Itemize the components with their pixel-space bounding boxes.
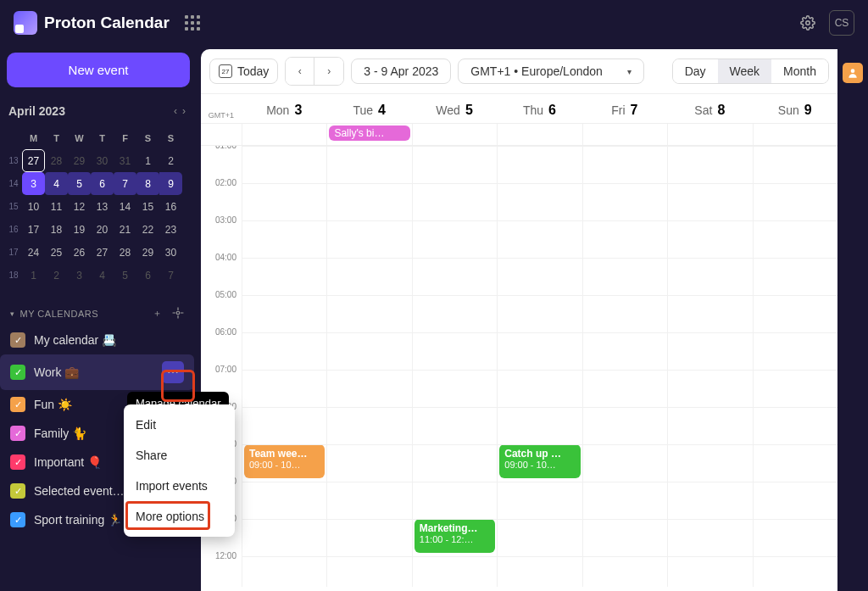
calendars-gear-icon[interactable] <box>172 307 184 321</box>
mini-day[interactable]: 11 <box>45 195 68 218</box>
mini-day[interactable]: 15 <box>136 195 159 218</box>
ctx-share[interactable]: Share <box>124 440 235 471</box>
add-calendar-icon[interactable]: ＋ <box>153 307 163 321</box>
calendar-event[interactable]: Marketing…11:00 - 12:… <box>415 519 495 553</box>
view-day[interactable]: Day <box>673 59 718 83</box>
mini-day[interactable]: 2 <box>159 149 182 172</box>
calendar-event[interactable]: Team wee…09:00 - 10… <box>244 444 325 478</box>
day-header[interactable]: Tue4 <box>326 94 411 123</box>
mini-dow: F <box>114 126 136 149</box>
mini-day[interactable]: 12 <box>68 195 91 218</box>
mini-day[interactable]: 2 <box>45 264 68 287</box>
view-month[interactable]: Month <box>771 59 828 83</box>
calendar-event[interactable]: Catch up …09:00 - 10… <box>499 444 580 478</box>
mini-day[interactable]: 14 <box>114 195 136 218</box>
calendar-checkbox[interactable]: ✓ <box>10 332 25 348</box>
mini-dow: T <box>91 126 114 149</box>
calendar-context-menu: Edit Share Import events More options <box>124 404 235 537</box>
mini-day[interactable]: 16 <box>159 195 182 218</box>
day-header[interactable]: Sun9 <box>753 94 837 123</box>
calendar-checkbox[interactable]: ✓ <box>10 512 25 527</box>
mini-day[interactable]: 13 <box>91 195 114 218</box>
calendar-checkbox[interactable]: ✓ <box>10 397 25 412</box>
calendar-item[interactable]: ✓Work 💼⋯ <box>0 354 194 390</box>
mini-day[interactable]: 19 <box>68 218 91 241</box>
day-header[interactable]: Sat8 <box>667 94 752 123</box>
allday-event[interactable]: Sally's bi… <box>329 125 409 141</box>
mini-next-icon[interactable]: › <box>182 105 186 117</box>
mini-day[interactable]: 10 <box>22 195 45 218</box>
new-event-button[interactable]: New event <box>7 53 190 87</box>
mini-day[interactable]: 1 <box>136 149 159 172</box>
mini-day[interactable]: 31 <box>114 149 136 172</box>
mini-day[interactable]: 6 <box>91 172 114 195</box>
mini-day[interactable]: 20 <box>91 218 114 241</box>
mini-day[interactable]: 25 <box>45 241 68 264</box>
calendar-checkbox[interactable]: ✓ <box>10 365 25 380</box>
ctx-more-options[interactable]: More options <box>124 501 235 532</box>
mini-day[interactable]: 5 <box>114 264 136 287</box>
mini-day[interactable]: 27 <box>22 149 45 172</box>
day-header[interactable]: Fri7 <box>582 94 667 123</box>
ctx-import[interactable]: Import events <box>124 471 235 501</box>
mini-day[interactable]: 5 <box>68 172 91 195</box>
week-number: 15 <box>5 195 22 218</box>
mini-dow: W <box>68 126 91 149</box>
day-header[interactable]: Wed5 <box>412 94 497 123</box>
apps-grid-icon[interactable] <box>185 15 200 31</box>
day-header[interactable]: Mon3 <box>242 94 326 123</box>
calendar-menu-button[interactable]: ⋯ <box>162 361 184 383</box>
mini-day[interactable]: 30 <box>91 149 114 172</box>
calendar-checkbox[interactable]: ✓ <box>10 454 25 470</box>
calendar-checkbox[interactable]: ✓ <box>10 483 25 499</box>
mini-day[interactable]: 21 <box>114 218 136 241</box>
calendar-item[interactable]: ✓My calendar 📇 <box>0 326 194 354</box>
mini-calendar: .MTWTFSS 1327282930311214345678915101112… <box>5 126 190 287</box>
mini-day[interactable]: 3 <box>68 264 91 287</box>
app-logo[interactable]: Proton Calendar <box>14 11 170 35</box>
contacts-icon[interactable] <box>843 63 863 83</box>
chevron-down-icon: ▾ <box>10 309 15 318</box>
mini-day[interactable]: 30 <box>159 241 182 264</box>
mini-day[interactable]: 1 <box>22 264 45 287</box>
mini-day[interactable]: 6 <box>136 264 159 287</box>
date-range-picker[interactable]: 3 - 9 Apr 2023 <box>351 59 451 84</box>
mini-day[interactable]: 27 <box>91 241 114 264</box>
mini-day[interactable]: 18 <box>45 218 68 241</box>
mini-day[interactable]: 7 <box>159 264 182 287</box>
mini-day[interactable]: 28 <box>45 149 68 172</box>
calendar-checkbox[interactable]: ✓ <box>10 426 25 441</box>
time-label: 04:00 <box>201 253 242 290</box>
next-week-button[interactable]: › <box>314 58 343 85</box>
svg-point-2 <box>851 69 855 73</box>
mini-day[interactable]: 3 <box>22 172 45 195</box>
my-calendars-header[interactable]: ▾ MY CALENDARS ＋ <box>0 302 194 326</box>
mini-day[interactable]: 4 <box>91 264 114 287</box>
mini-day[interactable]: 29 <box>68 149 91 172</box>
mini-day[interactable]: 23 <box>159 218 182 241</box>
mini-day[interactable]: 4 <box>45 172 68 195</box>
mini-day[interactable]: 7 <box>114 172 136 195</box>
calendar-today-icon: 27 <box>219 64 232 78</box>
week-number: 13 <box>5 149 22 172</box>
view-week[interactable]: Week <box>718 59 772 83</box>
mini-day[interactable]: 24 <box>22 241 45 264</box>
gear-icon[interactable] <box>800 15 815 31</box>
mini-day[interactable]: 17 <box>22 218 45 241</box>
prev-week-button[interactable]: ‹ <box>286 58 314 85</box>
ctx-edit[interactable]: Edit <box>124 410 235 440</box>
mini-day[interactable]: 29 <box>136 241 159 264</box>
calendar-label: Work 💼 <box>34 365 153 379</box>
mini-dow: S <box>136 126 159 149</box>
timezone-select[interactable]: GMT+1 • Europe/London ▾ <box>458 59 644 84</box>
mini-prev-icon[interactable]: ‹ <box>174 105 177 117</box>
mini-dow: T <box>45 126 68 149</box>
mini-day[interactable]: 8 <box>136 172 159 195</box>
mini-day[interactable]: 9 <box>159 172 182 195</box>
mini-day[interactable]: 28 <box>114 241 136 264</box>
mini-day[interactable]: 22 <box>136 218 159 241</box>
today-button[interactable]: 27 Today <box>209 59 278 84</box>
mini-day[interactable]: 26 <box>68 241 91 264</box>
day-header[interactable]: Thu6 <box>497 94 581 123</box>
user-avatar[interactable]: CS <box>829 10 854 36</box>
